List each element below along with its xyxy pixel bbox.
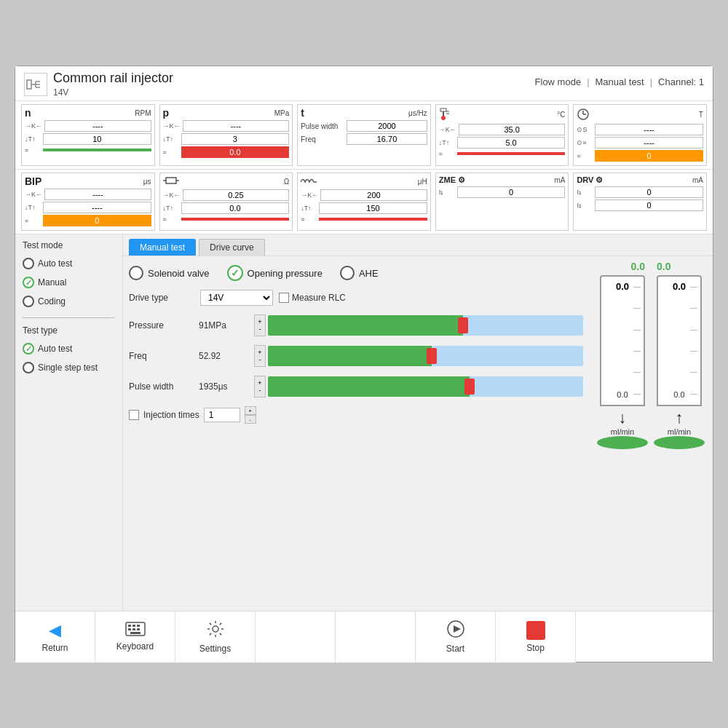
- pulse-width-slider-value: 1935μs: [199, 381, 250, 392]
- injection-times-dec[interactable]: -: [245, 415, 256, 424]
- metric-resist-val2: 0.0: [181, 202, 290, 214]
- pulse-width-track[interactable]: [268, 376, 583, 397]
- pressure-track[interactable]: [268, 315, 583, 336]
- cyl2-tube: 0.0 0.0: [657, 275, 702, 406]
- metric-bip-unit: μs: [143, 178, 151, 186]
- metric-n-val1: ----: [44, 120, 151, 132]
- radio-single-step[interactable]: Single step test: [23, 362, 115, 373]
- settings-button[interactable]: Settings: [175, 612, 256, 662]
- tabs-row: Manual test Drive curve: [123, 234, 713, 256]
- pulse-width-slider-row: Pulse width 1935μs +-: [129, 376, 583, 397]
- cylinder-panel: 0.0 0.0 0.0: [589, 256, 713, 611]
- cylinder-2: 0.0 0.0: [654, 275, 705, 449]
- injection-times-checkbox[interactable]: [129, 410, 139, 420]
- metric-inductance-unit: μH: [418, 178, 427, 186]
- title-info: Flow mode | Manual test | Channel: 1: [535, 71, 704, 87]
- title-left: Common rail injector 14V: [53, 71, 173, 98]
- metric-timer-val2: ----: [595, 137, 703, 149]
- injection-times-inc[interactable]: +: [245, 406, 256, 415]
- freq-label: Freq: [301, 135, 344, 143]
- radio-auto-test-indicator: [23, 258, 34, 269]
- pulse-width-track-container: +-: [254, 376, 583, 397]
- pulse-width-fill: [268, 376, 470, 397]
- radio-auto-test-type-indicator: [23, 343, 34, 355]
- radio-manual[interactable]: Manual: [23, 277, 115, 288]
- drive-type-label: Drive type: [129, 293, 194, 303]
- metric-bip-val2: ----: [43, 202, 151, 213]
- pulse-width-label: Pulse width: [301, 122, 344, 130]
- drive-type-row: Drive type 14V Measure RLC: [129, 290, 583, 306]
- stop-button[interactable]: Stop: [496, 612, 576, 662]
- pulse-width-btn[interactable]: +-: [254, 376, 266, 397]
- metric-n-label: n: [25, 107, 31, 119]
- cyl1-tube: 0.0 0.0: [600, 275, 645, 406]
- start-button[interactable]: Start: [416, 612, 496, 662]
- cyl2-top-val: 0.0: [657, 261, 670, 272]
- start-label: Start: [446, 644, 464, 654]
- metric-temp-val2: 5.0: [457, 137, 566, 149]
- cyl1-base: [597, 436, 648, 449]
- metric-temp: °C →K← 35.0 ↓T↑ 5.0 =: [435, 104, 569, 166]
- freq-track-container: +-: [254, 345, 583, 367]
- radio-manual-label: Manual: [38, 277, 66, 288]
- metric-inductance-icon: [301, 175, 317, 188]
- metric-p-val2: 3: [181, 133, 290, 145]
- manual-left: Solenoid valve Opening pressure AHE: [123, 256, 589, 611]
- cyl2-bottom-val: 0.0: [658, 390, 700, 399]
- svg-rect-0: [27, 80, 31, 89]
- metric-n-result: [43, 149, 151, 151]
- panel-divider: [23, 317, 115, 318]
- drive-type-select[interactable]: 14V: [200, 290, 273, 306]
- keyboard-label: Keyboard: [116, 641, 154, 652]
- opening-pressure-option[interactable]: Opening pressure: [227, 265, 323, 281]
- radio-coding[interactable]: Coding: [23, 296, 115, 307]
- svg-point-8: [441, 116, 446, 120]
- ahe-option[interactable]: AHE: [340, 266, 379, 280]
- cylinder-1: 0.0 0.0: [597, 275, 648, 449]
- metric-resist: Ω →K← 0.25 ↓T↑ 0.0 =: [159, 173, 293, 231]
- solenoid-label: Solenoid valve: [148, 268, 210, 279]
- test-mode-title: Test mode: [23, 240, 115, 250]
- settings-label: Settings: [199, 644, 231, 654]
- svg-rect-22: [137, 625, 140, 627]
- injection-times-label: Injection times: [143, 410, 199, 420]
- metric-t-label: t: [301, 107, 304, 119]
- settings-icon: [206, 620, 225, 641]
- return-button[interactable]: ◀ Return: [15, 612, 95, 662]
- freq-btn[interactable]: +-: [254, 345, 266, 367]
- injection-times-row: Injection times + -: [129, 406, 583, 424]
- app-icon: [24, 73, 47, 96]
- measure-rlc-checkbox[interactable]: [279, 293, 289, 303]
- metric-temp-unit: °C: [557, 111, 565, 119]
- radio-auto-test-type[interactable]: Auto test: [23, 343, 115, 355]
- metrics-row1: n RPM →K← ---- ↓T↑ 10 = p MPa →K←: [15, 101, 713, 170]
- metric-resist-unit: Ω: [284, 178, 289, 186]
- keyboard-icon: [125, 622, 146, 638]
- svg-rect-26: [130, 632, 141, 634]
- pressure-slider-row: Pressure 91MPa +-: [129, 314, 583, 336]
- ahe-label: AHE: [359, 268, 379, 279]
- radio-auto-test[interactable]: Auto test: [23, 258, 115, 269]
- freq-track[interactable]: [268, 346, 583, 366]
- tab-drive-curve[interactable]: Drive curve: [199, 239, 265, 256]
- metric-inductance-val1: 200: [320, 189, 427, 201]
- metric-timer-result: 0: [595, 150, 703, 162]
- metric-drv-label: DRV ⚙: [577, 175, 603, 185]
- pressure-btn-inc[interactable]: +-: [254, 314, 266, 336]
- metric-timer-icon: [577, 107, 590, 122]
- pressure-track-container: +-: [254, 314, 583, 336]
- left-panel: Test mode Auto test Manual Coding Test t…: [15, 234, 123, 611]
- radio-single-step-indicator: [23, 362, 34, 373]
- ahe-radio: [340, 266, 355, 280]
- solenoid-option[interactable]: Solenoid valve: [129, 266, 210, 280]
- keyboard-button[interactable]: Keyboard: [95, 612, 175, 662]
- radio-auto-test-type-label: Auto test: [38, 344, 72, 354]
- pressure-fill: [268, 315, 463, 336]
- injection-times-input[interactable]: [204, 408, 240, 422]
- metric-timer-val1: ----: [595, 124, 703, 135]
- metric-inductance-result: [319, 218, 427, 221]
- tab-manual-test[interactable]: Manual test: [129, 239, 196, 256]
- metric-p-label: p: [163, 107, 170, 119]
- pulse-width-thumb: [464, 379, 475, 395]
- svg-rect-6: [440, 108, 446, 111]
